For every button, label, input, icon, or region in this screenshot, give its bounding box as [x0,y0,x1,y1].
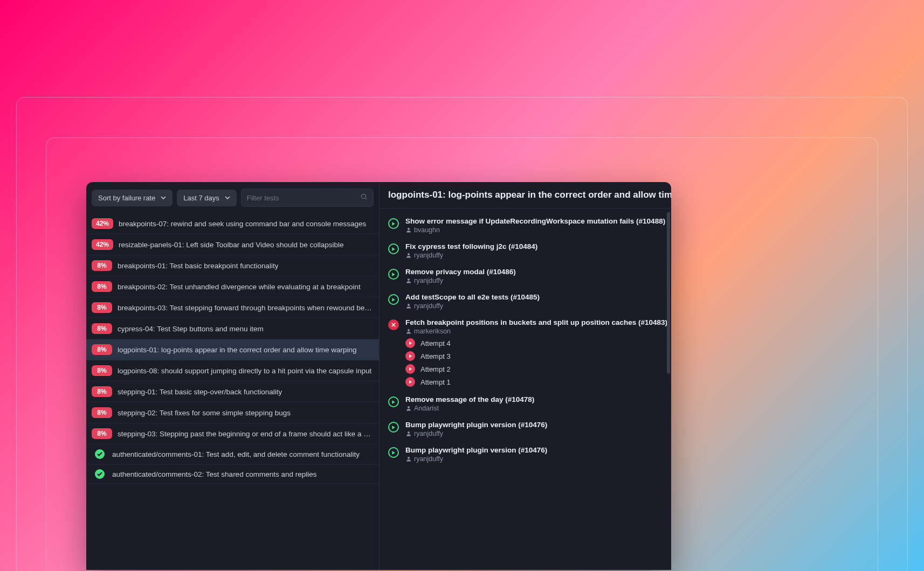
attempt-row[interactable]: Attempt 3 [405,351,671,361]
user-icon [405,405,412,412]
attempt-label: Attempt 3 [420,352,451,360]
user-icon [405,277,412,284]
test-name: breakpoints-02: Test unhandled divergenc… [118,283,361,291]
author-name: ryanjduffy [414,430,443,437]
test-name: cypress-04: Test Step buttons and menu i… [118,325,264,333]
run-item[interactable]: Show error message if UpdateRecordingWor… [380,213,671,238]
run-body: Bump playwright plugin version (#10476) … [405,421,671,437]
test-list[interactable]: 42%breakpoints-07: rewind and seek using… [86,213,379,570]
detail-title: logpoints-01: log-points appear in the c… [380,182,671,208]
svg-line-1 [366,198,367,200]
failure-rate-badge: 8% [92,302,112,313]
run-item[interactable]: Fetch breakpoint positions in buckets an… [380,314,671,391]
test-row[interactable]: 8%breakpoints-02: Test unhandled diverge… [86,276,379,297]
check-icon [95,469,105,479]
test-row[interactable]: authenticated/comments-01: Test add, edi… [86,444,379,464]
filter-input-wrapper[interactable] [241,189,374,207]
run-body: Bump playwright plugin version (#10476) … [405,446,671,463]
test-name: authenticated/comments-01: Test add, edi… [112,450,360,458]
play-icon [388,447,399,458]
run-body: Remove privacy modal (#10486) ryanjduffy [405,268,671,284]
test-row[interactable]: 42%breakpoints-07: rewind and seek using… [86,213,379,234]
author-name: Andarist [414,405,439,412]
run-body: Fetch breakpoint positions in buckets an… [405,318,671,387]
test-row[interactable]: 8%logpoints-01: log-points appear in the… [86,339,379,360]
check-icon [95,449,105,459]
run-title: Remove privacy modal (#10486) [405,268,671,276]
run-body: Remove message of the day (#10478) Andar… [405,395,671,412]
run-author: ryanjduffy [405,455,671,463]
attempt-row[interactable]: Attempt 4 [405,338,671,348]
test-row[interactable]: 8%cypress-04: Test Step buttons and menu… [86,318,379,339]
attempt-row[interactable]: Attempt 2 [405,364,671,374]
author-name: bvaughn [414,226,440,234]
attempt-label: Attempt 2 [420,365,451,373]
svg-point-14 [408,431,410,434]
run-title: Bump playwright plugin version (#10476) [405,421,671,429]
play-icon [405,377,415,387]
run-item[interactable]: Bump playwright plugin version (#10476) … [380,416,671,442]
failure-rate-badge: 8% [92,260,112,271]
test-name: breakpoints-07: rewind and seek using co… [119,220,366,228]
run-title: Fetch breakpoint positions in buckets an… [405,318,671,326]
test-row[interactable]: 8%stepping-01: Test basic step-over/back… [86,381,379,402]
test-row[interactable]: 42%resizable-panels-01: Left side Toolba… [86,234,379,255]
svg-point-4 [408,253,410,255]
run-body: Show error message if UpdateRecordingWor… [405,217,671,234]
filter-input[interactable] [247,194,360,202]
user-icon [405,430,412,437]
failure-rate-badge: 8% [92,407,112,418]
attempt-row[interactable]: Attempt 1 [405,377,671,387]
test-name: stepping-01: Test basic step-over/back f… [118,388,282,396]
failure-rate-badge: 8% [92,281,112,292]
failure-rate-badge: 42% [92,239,113,250]
attempt-label: Attempt 1 [420,378,451,386]
failure-rate-badge: 8% [92,344,112,355]
run-item[interactable]: Bump playwright plugin version (#10476) … [380,442,671,467]
test-name: logpoints-08: should support jumping dir… [118,367,371,375]
user-icon [405,303,412,309]
test-row[interactable]: 8%stepping-03: Stepping past the beginni… [86,423,379,444]
author-name: ryanjduffy [414,252,443,259]
author-name: ryanjduffy [414,277,443,284]
run-list[interactable]: Show error message if UpdateRecordingWor… [380,208,671,570]
sort-dropdown[interactable]: Sort by failure rate [92,190,173,206]
play-icon [388,294,399,305]
svg-point-6 [408,278,410,281]
play-icon [388,396,399,407]
play-icon [405,364,415,374]
test-row[interactable]: 8%logpoints-08: should support jumping d… [86,360,379,381]
user-icon [405,328,412,335]
test-name: logpoints-01: log-points appear in the c… [118,346,357,354]
search-icon [360,193,368,203]
test-row[interactable]: 8%breakpoints-01: Test basic breakpoint … [86,255,379,276]
play-icon [388,243,399,254]
test-row[interactable]: authenticated/comments-02: Test shared c… [86,464,379,484]
svg-point-2 [408,228,410,230]
svg-point-16 [408,457,410,459]
test-row[interactable]: 8%breakpoints-03: Test stepping forward … [86,297,379,318]
run-author: markerikson [405,328,671,335]
tests-panel: Sort by failure rate Last 7 days 42%brea… [86,182,380,570]
scrollbar[interactable] [667,212,670,342]
play-icon [405,338,415,348]
run-item[interactable]: Remove message of the day (#10478) Andar… [380,391,671,416]
sort-label: Sort by failure rate [98,194,155,202]
run-author: ryanjduffy [405,252,671,259]
failure-rate-badge: 8% [92,386,112,397]
run-item[interactable]: Remove privacy modal (#10486) ryanjduffy… [380,263,671,289]
test-name: stepping-03: Stepping past the beginning… [118,430,374,438]
attempt-label: Attempt 4 [420,339,451,347]
run-item[interactable]: Add testScope to all e2e tests (#10485) … [380,289,671,314]
toolbar: Sort by failure rate Last 7 days [86,182,379,213]
test-row[interactable]: 8%stepping-02: Test fixes for some simpl… [86,402,379,423]
test-name: breakpoints-01: Test basic breakpoint fu… [118,262,278,270]
failure-rate-badge: 8% [92,365,112,376]
fail-icon [388,319,399,330]
range-label: Last 7 days [183,194,219,202]
run-item[interactable]: Fix cypress test following j2c (#10484) … [380,238,671,263]
run-author: Andarist [405,405,671,412]
run-title: Fix cypress test following j2c (#10484) [405,242,671,250]
range-dropdown[interactable]: Last 7 days [177,190,237,206]
author-name: ryanjduffy [414,455,443,463]
